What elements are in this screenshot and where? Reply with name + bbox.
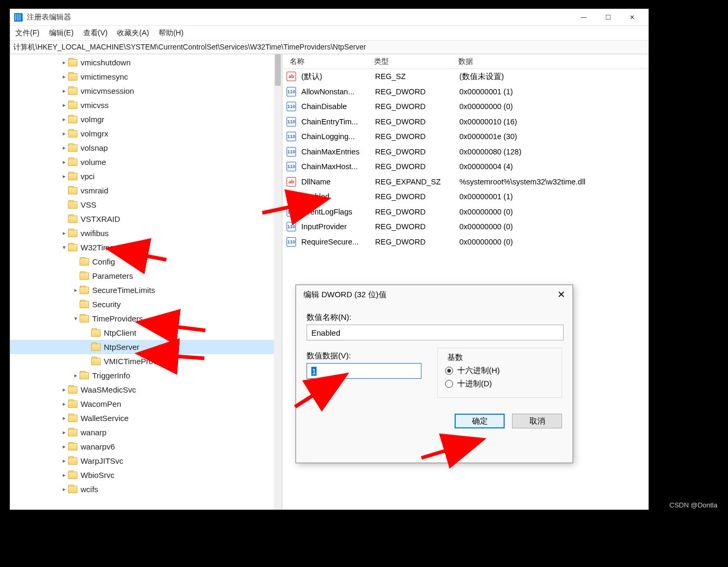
tree-item-vstxraid[interactable]: VSTXRAID <box>10 212 282 226</box>
col-name[interactable]: 名称 <box>287 57 371 66</box>
list-row[interactable]: 110ChainDisableREG_DWORD0x00000000 (0) <box>282 99 648 114</box>
list-row[interactable]: 110ChainMaxHost...REG_DWORD0x00000004 (4… <box>282 159 648 174</box>
tree-item-volmgrx[interactable]: ▸volmgrx <box>10 126 282 141</box>
expander-icon[interactable]: ▸ <box>72 372 80 379</box>
menubar: 文件(F) 编辑(E) 查看(V) 收藏夹(A) 帮助(H) <box>10 26 648 41</box>
expander-icon[interactable]: ▸ <box>61 144 68 151</box>
tree-item-vmicvmsession[interactable]: ▸vmicvmsession <box>10 84 282 98</box>
address-bar[interactable]: 计算机\HKEY_LOCAL_MACHINE\SYSTEM\CurrentCon… <box>10 41 648 54</box>
folder-icon <box>68 472 77 479</box>
tree-item-label: NtpClient <box>104 328 136 337</box>
radio-hex[interactable]: 十六进制(H) <box>445 366 554 376</box>
tree-item-wbiosrvc[interactable]: ▸WbioSrvc <box>10 468 282 482</box>
expander-icon[interactable]: ▸ <box>61 116 68 123</box>
expander-icon[interactable]: ▸ <box>61 457 68 464</box>
tree-item-walletservice[interactable]: ▸WalletService <box>10 411 282 425</box>
tree-item-triggerinfo[interactable]: ▸TriggerInfo <box>10 368 282 383</box>
tree-scrollbar[interactable] <box>274 54 282 510</box>
tree-item-warpjitsvc[interactable]: ▸WarpJITSvc <box>10 454 282 468</box>
value-type-icon: 110 <box>287 237 296 247</box>
radio-dec[interactable]: 十进制(D) <box>445 379 554 389</box>
list-row[interactable]: ab(默认)REG_SZ(数值未设置) <box>282 69 648 84</box>
expander-icon[interactable]: ▸ <box>61 472 68 478</box>
list-row[interactable]: 110RequireSecure...REG_DWORD0x00000000 (… <box>282 234 648 250</box>
tree-item-waasmedicsvc[interactable]: ▸WaaSMedicSvc <box>10 383 282 397</box>
tree-item-volsnap[interactable]: ▸volsnap <box>10 141 282 155</box>
folder-icon <box>68 244 77 251</box>
tree-item-wacompen[interactable]: ▸WacomPen <box>10 397 282 411</box>
expander-icon[interactable]: ▸ <box>61 59 68 66</box>
value-data-input[interactable]: 1 <box>307 363 421 379</box>
maximize-button[interactable]: ☐ <box>596 9 620 25</box>
titlebar[interactable]: 注册表编辑器 — ☐ ✕ <box>10 9 648 26</box>
expander-icon[interactable]: ▸ <box>61 159 68 165</box>
expander-icon[interactable]: ▾ <box>72 315 80 322</box>
tree-item-vss[interactable]: VSS <box>10 198 282 212</box>
tree-item-ntpclient[interactable]: NtpClient <box>10 326 282 340</box>
close-button[interactable]: ✕ <box>620 9 644 25</box>
expander-icon[interactable]: ▸ <box>61 130 68 137</box>
list-row[interactable]: abDllNameREG_EXPAND_SZ%systemroot%\syste… <box>282 174 648 190</box>
tree-item-wanarp[interactable]: ▸wanarp <box>10 425 282 439</box>
tree-item-security[interactable]: Security <box>10 297 282 311</box>
expander-icon[interactable]: ▸ <box>61 443 68 450</box>
tree-item-vpci[interactable]: ▸vpci <box>10 169 282 183</box>
tree-item-config[interactable]: Config <box>10 255 282 269</box>
ok-button[interactable]: 确定 <box>455 414 505 428</box>
expander-icon[interactable]: ▾ <box>61 244 68 251</box>
menu-help[interactable]: 帮助(H) <box>159 28 183 38</box>
tree-item-wcifs[interactable]: ▸wcifs <box>10 482 282 496</box>
list-row[interactable]: 110AllowNonstan...REG_DWORD0x00000001 (1… <box>282 84 648 100</box>
list-row[interactable]: 110EnabledREG_DWORD0x00000001 (1) <box>282 189 648 204</box>
folder-icon <box>68 457 77 465</box>
menu-file[interactable]: 文件(F) <box>15 28 40 38</box>
minimize-button[interactable]: — <box>572 9 596 25</box>
expander-icon[interactable]: ▸ <box>72 287 80 294</box>
expander-icon[interactable]: ▸ <box>61 102 68 109</box>
value-name: RequireSecure... <box>298 238 372 246</box>
tree-pane[interactable]: ▸vmicshutdown▸vmictimesync▸vmicvmsession… <box>10 54 282 510</box>
list-row[interactable]: 110ChainEntryTim...REG_DWORD0x00000010 (… <box>282 114 648 130</box>
list-row[interactable]: 110InputProviderREG_DWORD0x00000000 (0) <box>282 219 648 234</box>
expander-icon[interactable]: ▸ <box>61 400 68 407</box>
expander-icon[interactable]: ▸ <box>61 230 68 237</box>
dialog-close-button[interactable]: ✕ <box>557 289 565 300</box>
expander-icon[interactable]: ▸ <box>61 486 68 493</box>
tree-item-volume[interactable]: ▸volume <box>10 155 282 169</box>
expander-icon[interactable]: ▸ <box>61 386 68 393</box>
tree-item-wanarpv6[interactable]: ▸wanarpv6 <box>10 439 282 454</box>
col-type[interactable]: 类型 <box>371 57 455 66</box>
expander-icon[interactable]: ▸ <box>61 73 68 80</box>
cancel-button[interactable]: 取消 <box>512 414 562 428</box>
value-type: REG_DWORD <box>372 208 456 216</box>
tree-item-parameters[interactable]: Parameters <box>10 269 282 283</box>
tree-item-ntpserver[interactable]: NtpServer <box>10 340 282 354</box>
expander-icon[interactable]: ▸ <box>61 87 68 94</box>
menu-view[interactable]: 查看(V) <box>83 28 108 38</box>
tree-item-volmgr[interactable]: ▸volmgr <box>10 112 282 126</box>
dialog-titlebar[interactable]: 编辑 DWORD (32 位)值 ✕ <box>296 285 573 304</box>
tree-item-vmictimesync[interactable]: ▸vmictimesync <box>10 70 282 84</box>
tree-item-vmicvss[interactable]: ▸vmicvss <box>10 98 282 112</box>
tree-item-vsmraid[interactable]: vsmraid <box>10 183 282 198</box>
expander-icon[interactable]: ▸ <box>61 173 68 180</box>
tree-item-w32time[interactable]: ▾W32Time <box>10 240 282 255</box>
folder-icon <box>68 216 77 223</box>
folder-icon <box>68 486 77 493</box>
value-name: ChainLogging... <box>298 132 372 141</box>
tree-item-securetimelimits[interactable]: ▸SecureTimeLimits <box>10 283 282 297</box>
tree-item-timeproviders[interactable]: ▾TimeProviders <box>10 311 282 326</box>
col-data[interactable]: 数据 <box>455 57 648 66</box>
tree-item-vwifibus[interactable]: ▸vwifibus <box>10 226 282 240</box>
list-row[interactable]: 110ChainMaxEntriesREG_DWORD0x00000080 (1… <box>282 144 648 160</box>
list-header[interactable]: 名称 类型 数据 <box>282 54 648 69</box>
list-row[interactable]: 110ChainLogging...REG_DWORD0x0000001e (3… <box>282 129 648 144</box>
menu-edit[interactable]: 编辑(E) <box>49 28 74 38</box>
expander-icon[interactable]: ▸ <box>61 429 68 436</box>
list-row[interactable]: 110EventLogFlagsREG_DWORD0x00000000 (0) <box>282 204 648 220</box>
tree-item-vmicshutdown[interactable]: ▸vmicshutdown <box>10 55 282 70</box>
tree-item-label: SecureTimeLimits <box>92 286 155 295</box>
expander-icon[interactable]: ▸ <box>61 415 68 422</box>
menu-favorites[interactable]: 收藏夹(A) <box>117 28 149 38</box>
tree-item-vmictimeprovider[interactable]: VMICTimeProvider <box>10 354 282 368</box>
